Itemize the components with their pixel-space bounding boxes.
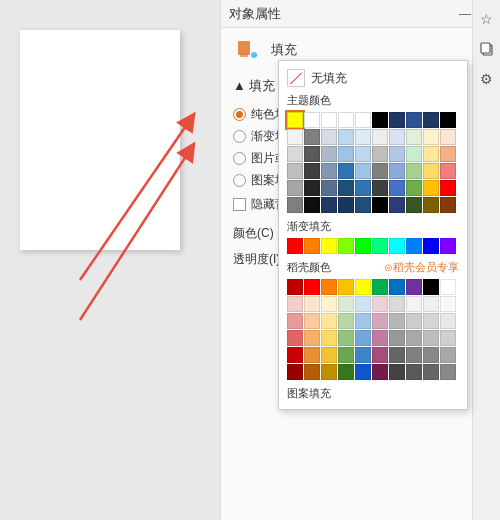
shell-color-cell[interactable] [406, 279, 422, 295]
theme-color-cell[interactable] [440, 197, 456, 213]
theme-color-cell[interactable] [338, 163, 354, 179]
gradient-color-cell[interactable] [389, 238, 405, 254]
pin-icon[interactable]: ☆ [476, 8, 498, 30]
theme-color-cell[interactable] [338, 180, 354, 196]
theme-color-cell[interactable] [406, 180, 422, 196]
shell-color-cell[interactable] [287, 279, 303, 295]
theme-color-cell[interactable] [372, 197, 388, 213]
shell-color-cell[interactable] [321, 279, 337, 295]
shell-color-cell[interactable] [372, 279, 388, 295]
theme-color-cell[interactable] [287, 146, 303, 162]
shell-color-cell[interactable] [338, 330, 354, 346]
theme-color-cell[interactable] [321, 146, 337, 162]
shell-color-cell[interactable] [372, 296, 388, 312]
shell-color-cell[interactable] [321, 347, 337, 363]
shell-color-cell[interactable] [406, 364, 422, 380]
shell-color-cell[interactable] [287, 364, 303, 380]
theme-color-cell[interactable] [372, 129, 388, 145]
shell-color-cell[interactable] [304, 364, 320, 380]
shell-color-cell[interactable] [440, 364, 456, 380]
shell-color-cell[interactable] [389, 279, 405, 295]
theme-color-cell[interactable] [321, 180, 337, 196]
gradient-color-cell[interactable] [440, 238, 456, 254]
theme-color-cell[interactable] [287, 163, 303, 179]
theme-color-cell[interactable] [372, 180, 388, 196]
shell-color-cell[interactable] [287, 347, 303, 363]
shell-color-cell[interactable] [440, 313, 456, 329]
theme-color-cell[interactable] [423, 197, 439, 213]
theme-color-cell[interactable] [304, 112, 320, 128]
theme-color-cell[interactable] [372, 163, 388, 179]
shell-color-cell[interactable] [321, 330, 337, 346]
theme-color-cell[interactable] [355, 112, 371, 128]
shell-color-cell[interactable] [287, 313, 303, 329]
theme-color-cell[interactable] [423, 146, 439, 162]
shell-color-cell[interactable] [389, 347, 405, 363]
theme-color-cell[interactable] [389, 146, 405, 162]
shell-color-cell[interactable] [406, 313, 422, 329]
shell-color-cell[interactable] [389, 330, 405, 346]
shell-color-cell[interactable] [423, 347, 439, 363]
shell-color-cell[interactable] [440, 330, 456, 346]
theme-color-cell[interactable] [321, 197, 337, 213]
shell-color-cell[interactable] [355, 364, 371, 380]
gradient-color-cell[interactable] [423, 238, 439, 254]
shell-color-cell[interactable] [406, 330, 422, 346]
theme-color-cell[interactable] [389, 163, 405, 179]
theme-color-cell[interactable] [389, 112, 405, 128]
shell-color-cell[interactable] [355, 279, 371, 295]
theme-color-cell[interactable] [304, 180, 320, 196]
shell-color-cell[interactable] [372, 313, 388, 329]
theme-color-cell[interactable] [304, 129, 320, 145]
theme-color-cell[interactable] [287, 180, 303, 196]
theme-color-cell[interactable] [338, 112, 354, 128]
settings-icon[interactable]: ⚙ [476, 68, 498, 90]
theme-color-cell[interactable] [338, 197, 354, 213]
theme-color-cell[interactable] [355, 163, 371, 179]
theme-color-cell[interactable] [406, 163, 422, 179]
theme-color-cell[interactable] [321, 112, 337, 128]
theme-color-cell[interactable] [355, 180, 371, 196]
shell-color-cell[interactable] [423, 296, 439, 312]
theme-color-cell[interactable] [355, 197, 371, 213]
theme-color-cell[interactable] [304, 146, 320, 162]
gradient-color-cell[interactable] [406, 238, 422, 254]
shell-color-cell[interactable] [304, 313, 320, 329]
theme-color-cell[interactable] [372, 146, 388, 162]
theme-color-cell[interactable] [287, 197, 303, 213]
theme-color-cell[interactable] [287, 129, 303, 145]
shell-color-cell[interactable] [440, 296, 456, 312]
theme-color-cell[interactable] [355, 146, 371, 162]
shell-color-cell[interactable] [338, 279, 354, 295]
shell-color-cell[interactable] [389, 364, 405, 380]
shell-color-cell[interactable] [355, 330, 371, 346]
theme-color-cell[interactable] [304, 163, 320, 179]
shell-color-cell[interactable] [321, 296, 337, 312]
theme-color-cell[interactable] [338, 129, 354, 145]
shell-color-cell[interactable] [355, 313, 371, 329]
shell-color-cell[interactable] [338, 313, 354, 329]
theme-color-cell[interactable] [287, 112, 303, 128]
theme-color-cell[interactable] [389, 180, 405, 196]
theme-color-cell[interactable] [406, 129, 422, 145]
shell-color-cell[interactable] [304, 296, 320, 312]
theme-color-cell[interactable] [440, 129, 456, 145]
gradient-color-cell[interactable] [372, 238, 388, 254]
gradient-color-cell[interactable] [304, 238, 320, 254]
theme-color-cell[interactable] [304, 197, 320, 213]
theme-color-cell[interactable] [440, 146, 456, 162]
gradient-color-cell[interactable] [355, 238, 371, 254]
shell-color-cell[interactable] [304, 330, 320, 346]
shell-color-cell[interactable] [355, 347, 371, 363]
theme-color-cell[interactable] [440, 163, 456, 179]
gradient-color-cell[interactable] [338, 238, 354, 254]
shell-color-cell[interactable] [372, 347, 388, 363]
shell-color-cell[interactable] [372, 330, 388, 346]
shell-color-cell[interactable] [423, 364, 439, 380]
shell-color-cell[interactable] [355, 296, 371, 312]
theme-color-cell[interactable] [440, 180, 456, 196]
theme-color-cell[interactable] [423, 112, 439, 128]
theme-color-cell[interactable] [355, 129, 371, 145]
no-fill-swatch[interactable] [287, 69, 305, 87]
shell-color-cell[interactable] [389, 296, 405, 312]
